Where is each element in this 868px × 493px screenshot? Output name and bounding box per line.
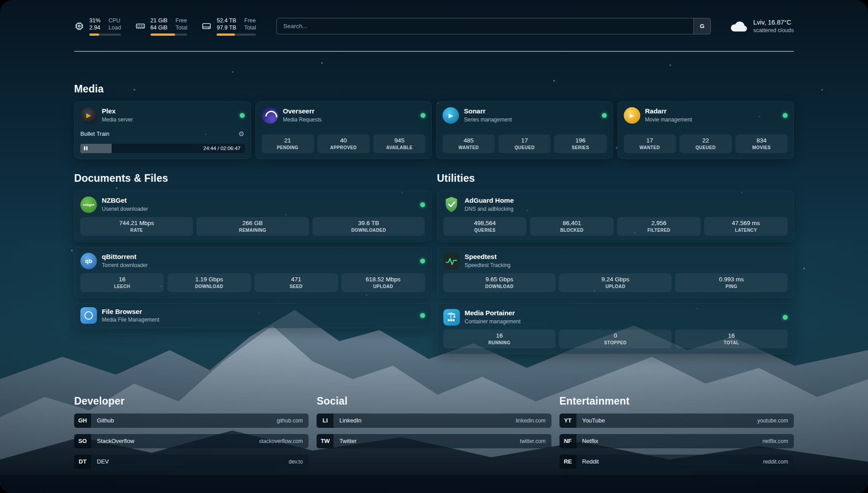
media-grid: ▶ Plex Media server Bullet Train ⚙ 24:44… <box>74 101 794 159</box>
app-card-sonarr[interactable]: ▶ Sonarr Series management 485 WANTED 17… <box>436 101 613 159</box>
bookmark-group-social: Social LI LinkedIn linkedin.com TW Twitt… <box>317 395 551 469</box>
stat-tile: 744.21 Mbps RATE <box>80 217 193 236</box>
stat-tile: 834 MOVIES <box>735 134 788 153</box>
app-description: Usenet downloader <box>102 206 148 213</box>
weather-condition: scattered clouds <box>753 27 794 34</box>
section-documents-files: Documents & Files nzbget NZBGet Usenet d… <box>74 172 431 328</box>
stat-value: 266 GB <box>198 220 307 226</box>
ram-icon <box>135 21 146 31</box>
dashboard: 31% 2.94 CPU Load <box>0 0 868 493</box>
app-card-overseerr[interactable]: Overseerr Media Requests 21 PENDING 40 A… <box>255 101 432 159</box>
bookmark-reddit[interactable]: RE Reddit reddit.com <box>559 455 794 469</box>
stat-value: 9.24 Gbps <box>561 276 670 283</box>
app-name: Plex <box>102 107 133 116</box>
stat-label: PING <box>677 284 786 289</box>
section-title-developer: Developer <box>74 395 309 407</box>
stat-label: APPROVED <box>319 145 368 150</box>
app-card-nzbget[interactable]: nzbget NZBGet Usenet downloader 744.21 M… <box>74 191 431 242</box>
app-name: File Browser <box>102 308 159 316</box>
stat-label: MOVIES <box>737 145 786 150</box>
stat-label: QUEUED <box>681 145 730 150</box>
bookmark-abbr: SO <box>74 434 91 448</box>
app-card-portainer[interactable]: Media Portainer Container management 16 … <box>437 303 794 354</box>
weather-widget: Lviv, 16.87°C scattered clouds <box>730 18 794 34</box>
stat-tile: 16 TOTAL <box>675 330 788 348</box>
app-description: Media Requests <box>283 117 322 123</box>
stat-value: 945 <box>375 137 424 144</box>
cpu-value: 31% <box>89 17 100 24</box>
app-card-speedtest[interactable]: Speedtest Speedtest Tracking 9.65 Gbps D… <box>437 247 794 298</box>
stat-tile: 9.65 Gbps DOWNLOAD <box>443 273 556 292</box>
system-metrics: 31% 2.94 CPU Load <box>74 17 256 36</box>
bookmark-name: Reddit <box>582 458 599 465</box>
nzbget-icon: nzbget <box>80 196 97 213</box>
stat-value: 498,564 <box>445 220 525 226</box>
app-name: NZBGet <box>102 196 148 205</box>
bookmark-github[interactable]: GH Github github.com <box>74 414 309 428</box>
status-dot <box>783 315 788 320</box>
stat-value: 744.21 Mbps <box>82 220 191 226</box>
stat-value: 834 <box>737 137 786 144</box>
stat-tile: 16 RUNNING <box>443 330 556 348</box>
disk-free-label: Free <box>244 17 256 24</box>
bookmark-name: Netflix <box>582 438 598 444</box>
search-bar: G <box>276 18 711 34</box>
app-description: Media File Management <box>102 317 159 323</box>
bookmark-url: dev.to <box>289 459 303 465</box>
pause-icon[interactable] <box>84 146 88 150</box>
app-name: Overseerr <box>283 107 322 116</box>
speedtest-icon <box>443 253 460 269</box>
app-description: DNS and adblocking <box>465 206 514 213</box>
bookmark-name: Twitter <box>339 438 356 444</box>
bookmark-linkedin[interactable]: LI LinkedIn linkedin.com <box>317 414 551 428</box>
app-name: Media Portainer <box>465 309 521 318</box>
stat-value: 1.19 Gbps <box>169 276 249 283</box>
search-input[interactable] <box>276 18 711 34</box>
sonarr-icon: ▶ <box>442 107 459 124</box>
stat-tile: 196 SERIES <box>554 134 606 153</box>
bookmark-dev[interactable]: DT DEV dev.to <box>74 455 309 469</box>
ram-total-label: Total <box>175 24 187 31</box>
adguard-icon <box>443 196 460 213</box>
app-card-filebrowser[interactable]: File Browser Media File Management <box>74 303 431 328</box>
bookmark-url: github.com <box>277 418 303 424</box>
settings-gear-icon[interactable]: ⚙ <box>238 130 244 137</box>
status-dot <box>783 113 788 118</box>
cpu-usage-bar <box>89 33 121 36</box>
bookmark-abbr: RE <box>559 455 576 469</box>
stat-tile: 22 QUEUED <box>680 134 732 153</box>
app-card-adguard[interactable]: AdGuard Home DNS and adblocking 498,564 … <box>437 191 794 242</box>
stat-label: LATENCY <box>706 228 786 233</box>
bookmark-url: linkedin.com <box>516 418 546 424</box>
app-card-plex[interactable]: ▶ Plex Media server Bullet Train ⚙ 24:44… <box>74 101 251 159</box>
stat-tile: 618.52 Mbps UPLOAD <box>342 273 425 292</box>
status-dot <box>602 113 607 118</box>
stat-value: 16 <box>445 332 554 339</box>
stat-tile: 86,401 BLOCKED <box>530 217 613 236</box>
stat-value: 0.993 ms <box>677 276 786 283</box>
stat-value: 196 <box>556 137 605 144</box>
stat-label: RATE <box>82 228 191 233</box>
search-engine-button[interactable]: G <box>693 18 710 34</box>
stat-value: 21 <box>263 137 312 144</box>
stat-value: 40 <box>319 137 368 144</box>
bookmark-netflix[interactable]: NF Netflix netflix.com <box>559 434 794 448</box>
bookmark-youtube[interactable]: YT YouTube youtube.com <box>559 414 794 428</box>
stat-value: 0 <box>561 332 670 339</box>
app-name: AdGuard Home <box>465 196 514 205</box>
bookmark-twitter[interactable]: TW Twitter twitter.com <box>317 434 551 448</box>
section-title-media: Media <box>74 83 794 95</box>
bookmark-url: netflix.com <box>763 438 788 444</box>
app-card-qbittorrent[interactable]: qb qBittorrent Torrent downloader 16 LEE… <box>74 247 431 298</box>
overseerr-icon <box>262 107 278 124</box>
stat-label: QUEUED <box>500 145 549 150</box>
app-card-radarr[interactable]: ▶ Radarr Movie management 17 WANTED 22 Q… <box>618 101 794 159</box>
stat-label: STOPPED <box>561 340 670 345</box>
ram-total-value: 64 GiB <box>150 24 167 31</box>
bookmark-stackoverflow[interactable]: SO StackOverflow stackoverflow.com <box>74 434 309 448</box>
bookmark-name: LinkedIn <box>339 417 361 424</box>
stat-tile: 498,564 QUERIES <box>443 217 527 236</box>
bookmark-name: Github <box>97 417 114 424</box>
stat-label: SEED <box>256 284 336 289</box>
disk-free-value: 52.4 TB <box>217 17 236 24</box>
